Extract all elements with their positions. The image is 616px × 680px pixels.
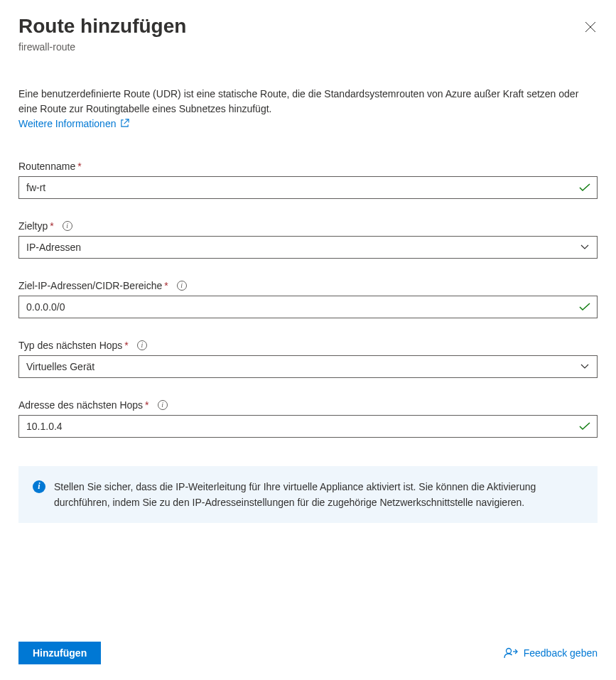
required-indicator: * [50, 220, 53, 232]
ip-forwarding-info: i Stellen Sie sicher, dass die IP-Weiter… [18, 466, 598, 524]
close-icon [585, 21, 596, 33]
next-hop-address-field: Adresse des nächsten Hops* i [18, 399, 598, 438]
next-hop-type-select[interactable]: Virtuelles Gerät [18, 355, 598, 378]
required-indicator: * [164, 280, 168, 291]
external-link-icon [120, 119, 129, 128]
route-name-field: Routenname* [18, 161, 598, 199]
intro-description: Eine benutzerdefinierte Route (UDR) ist … [18, 87, 598, 117]
route-name-label: Routenname* [18, 161, 598, 172]
add-button[interactable]: Hinzufügen [18, 642, 101, 664]
info-icon[interactable]: i [137, 340, 147, 350]
destination-cidr-input[interactable] [18, 296, 598, 318]
page-subtitle: firewall-route [18, 41, 598, 53]
destination-type-select[interactable]: IP-Adressen [18, 236, 598, 259]
blade-header: Route hinzufügen [18, 14, 598, 38]
next-hop-type-field: Typ des nächsten Hops* i Virtuelles Gerä… [18, 340, 598, 378]
route-name-input[interactable] [18, 176, 598, 199]
destination-type-field: Zieltyp* i IP-Adressen [18, 220, 598, 259]
required-indicator: * [124, 340, 128, 351]
info-icon[interactable]: i [158, 400, 168, 410]
info-icon[interactable]: i [63, 221, 72, 231]
destination-cidr-field: Ziel-IP-Adressen/CIDR-Bereiche* i [18, 280, 598, 318]
blade-footer: Hinzufügen Feedback geben [18, 629, 598, 680]
next-hop-type-label: Typ des nächsten Hops* i [18, 340, 598, 351]
info-filled-icon: i [33, 480, 45, 493]
close-button[interactable] [583, 20, 598, 34]
next-hop-address-input[interactable] [18, 415, 598, 438]
destination-type-label: Zieltyp* i [18, 220, 598, 232]
info-box-text: Stellen Sie sicher, dass die IP-Weiterle… [54, 479, 583, 511]
required-indicator: * [77, 161, 81, 172]
destination-cidr-label: Ziel-IP-Adressen/CIDR-Bereiche* i [18, 280, 598, 291]
learn-more-label: Weitere Informationen [18, 118, 116, 129]
feedback-link[interactable]: Feedback geben [504, 646, 598, 660]
info-icon[interactable]: i [177, 281, 187, 291]
required-indicator: * [145, 399, 148, 411]
learn-more-link[interactable]: Weitere Informationen [18, 118, 598, 129]
add-route-blade: Route hinzufügen firewall-route Eine ben… [0, 0, 616, 680]
page-title: Route hinzufügen [18, 14, 186, 38]
svg-point-0 [506, 649, 511, 654]
feedback-icon [504, 646, 518, 660]
next-hop-address-label: Adresse des nächsten Hops* i [18, 399, 598, 411]
feedback-label: Feedback geben [524, 647, 598, 659]
